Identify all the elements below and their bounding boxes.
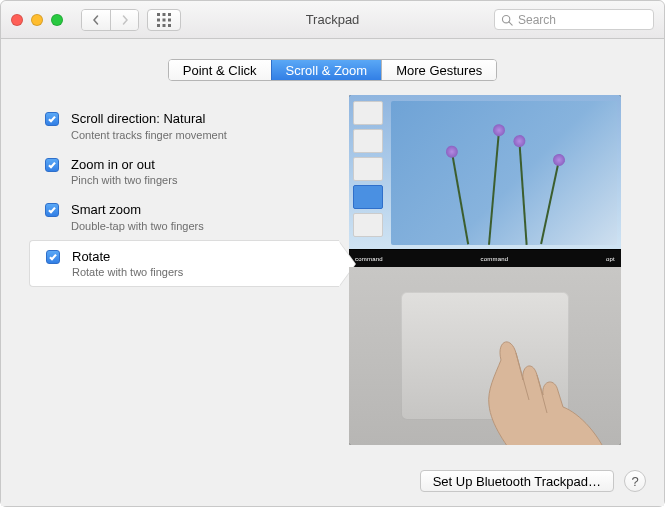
svg-rect-8 bbox=[168, 24, 171, 27]
option-title: Scroll direction: Natural bbox=[71, 111, 227, 127]
check-icon bbox=[47, 205, 57, 215]
preferences-window: Trackpad Point & Click Scroll & Zoom Mor… bbox=[0, 0, 665, 507]
gesture-preview: command command opt bbox=[349, 93, 636, 460]
check-icon bbox=[48, 252, 58, 262]
show-all-button[interactable] bbox=[147, 9, 181, 31]
option-smart-zoom[interactable]: Smart zoom Double-tap with two fingers bbox=[29, 194, 339, 240]
option-rotate[interactable]: Rotate Rotate with two fingers bbox=[29, 240, 339, 288]
preview-photo bbox=[391, 101, 617, 245]
preview-trackpad bbox=[349, 267, 621, 445]
tabs: Point & Click Scroll & Zoom More Gesture… bbox=[1, 59, 664, 81]
key-label: opt bbox=[606, 256, 615, 262]
svg-line-10 bbox=[509, 21, 512, 24]
key-label: command bbox=[355, 256, 383, 262]
search-icon bbox=[501, 14, 513, 26]
preview-screen bbox=[349, 95, 621, 249]
tab-more-gestures[interactable]: More Gestures bbox=[381, 60, 496, 80]
search-input[interactable] bbox=[518, 13, 647, 27]
content: Point & Click Scroll & Zoom More Gesture… bbox=[1, 39, 664, 506]
option-scroll-direction[interactable]: Scroll direction: Natural Content tracks… bbox=[29, 103, 339, 149]
option-zoom[interactable]: Zoom in or out Pinch with two fingers bbox=[29, 149, 339, 195]
svg-rect-0 bbox=[157, 13, 160, 16]
hand-icon bbox=[461, 325, 621, 445]
search-field[interactable] bbox=[494, 9, 654, 30]
check-icon bbox=[47, 114, 57, 124]
svg-rect-5 bbox=[168, 18, 171, 21]
preview-video: command command opt bbox=[349, 95, 621, 445]
svg-rect-7 bbox=[163, 24, 166, 27]
option-title: Rotate bbox=[72, 249, 183, 265]
forward-button[interactable] bbox=[110, 10, 138, 30]
nav-buttons bbox=[81, 9, 139, 31]
option-title: Smart zoom bbox=[71, 202, 204, 218]
svg-rect-4 bbox=[163, 18, 166, 21]
options-list: Scroll direction: Natural Content tracks… bbox=[29, 93, 339, 460]
preview-thumbnails bbox=[353, 101, 383, 237]
setup-bluetooth-trackpad-button[interactable]: Set Up Bluetooth Trackpad… bbox=[420, 470, 614, 492]
grid-icon bbox=[157, 13, 171, 27]
checkbox-rotate[interactable] bbox=[46, 250, 60, 264]
close-window-button[interactable] bbox=[11, 14, 23, 26]
option-title: Zoom in or out bbox=[71, 157, 177, 173]
option-text: Scroll direction: Natural Content tracks… bbox=[71, 111, 227, 141]
chevron-left-icon bbox=[91, 15, 101, 25]
svg-rect-6 bbox=[157, 24, 160, 27]
tab-point-and-click[interactable]: Point & Click bbox=[169, 60, 271, 80]
preview-keyboard-bar: command command opt bbox=[349, 249, 621, 267]
option-subtitle: Double-tap with two fingers bbox=[71, 220, 204, 232]
checkbox-scroll-direction[interactable] bbox=[45, 112, 59, 126]
checkbox-smart-zoom[interactable] bbox=[45, 203, 59, 217]
segmented-control: Point & Click Scroll & Zoom More Gesture… bbox=[168, 59, 497, 81]
minimize-window-button[interactable] bbox=[31, 14, 43, 26]
checkbox-zoom[interactable] bbox=[45, 158, 59, 172]
key-label: command bbox=[481, 256, 509, 262]
zoom-window-button[interactable] bbox=[51, 14, 63, 26]
option-subtitle: Content tracks finger movement bbox=[71, 129, 227, 141]
option-text: Zoom in or out Pinch with two fingers bbox=[71, 157, 177, 187]
footer: Set Up Bluetooth Trackpad… ? bbox=[1, 460, 664, 506]
svg-rect-1 bbox=[163, 13, 166, 16]
check-icon bbox=[47, 160, 57, 170]
window-controls bbox=[11, 14, 63, 26]
option-text: Smart zoom Double-tap with two fingers bbox=[71, 202, 204, 232]
help-button[interactable]: ? bbox=[624, 470, 646, 492]
titlebar: Trackpad bbox=[1, 1, 664, 39]
chevron-right-icon bbox=[120, 15, 130, 25]
option-subtitle: Pinch with two fingers bbox=[71, 174, 177, 186]
svg-rect-3 bbox=[157, 18, 160, 21]
tab-scroll-and-zoom[interactable]: Scroll & Zoom bbox=[271, 60, 382, 80]
back-button[interactable] bbox=[82, 10, 110, 30]
option-subtitle: Rotate with two fingers bbox=[72, 266, 183, 278]
svg-rect-2 bbox=[168, 13, 171, 16]
option-text: Rotate Rotate with two fingers bbox=[72, 249, 183, 279]
